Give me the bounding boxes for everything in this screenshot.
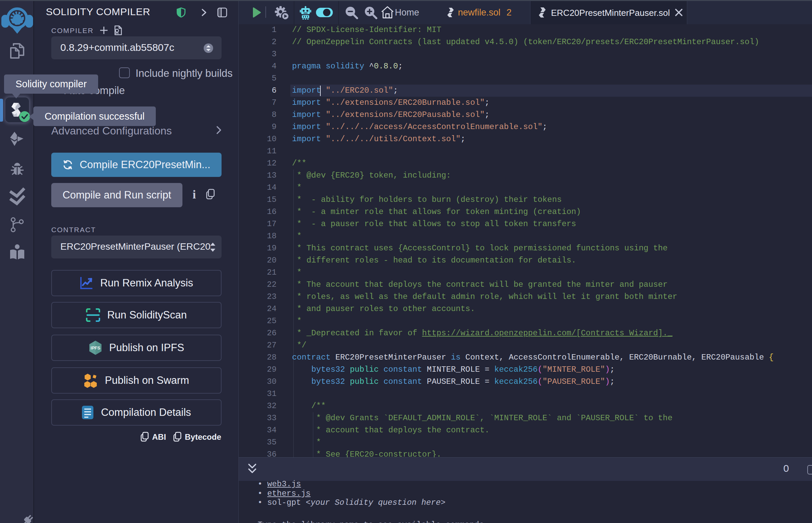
svg-text:IPFS: IPFS: [90, 345, 100, 350]
